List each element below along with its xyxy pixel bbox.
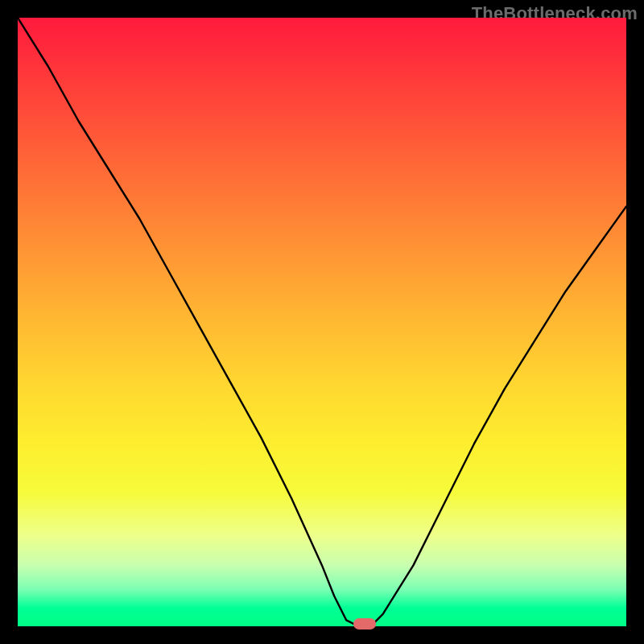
plot-area [18, 18, 626, 626]
optimal-point-marker [353, 618, 376, 630]
chart-frame: TheBottleneck.com [0, 0, 644, 644]
bottleneck-curve [18, 18, 626, 626]
